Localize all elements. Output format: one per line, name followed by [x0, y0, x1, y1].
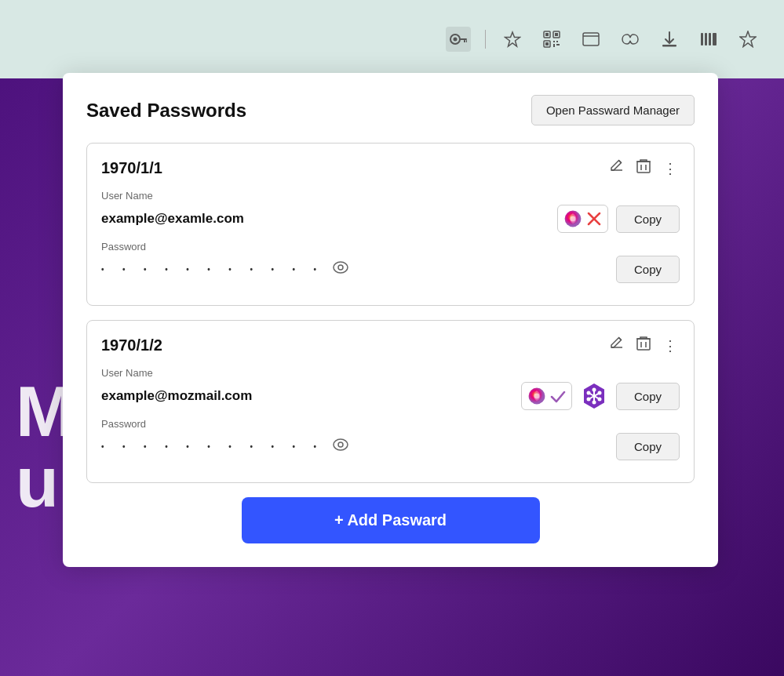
- entry-1-password-label: Password: [101, 241, 680, 253]
- quantum-logo-2: [527, 386, 547, 406]
- svg-point-31: [571, 216, 576, 222]
- svg-rect-22: [709, 33, 711, 45]
- entry-1-password-row: • • • • • • • • • • • Copy: [101, 256, 680, 283]
- entry-2-username-label: User Name: [101, 367, 680, 379]
- password-entry-1: 1970/1/1: [86, 143, 695, 306]
- svg-point-51: [597, 391, 601, 395]
- key-icon[interactable]: [446, 27, 471, 52]
- entry-2-username-row: example@mozmail.com: [101, 382, 680, 410]
- svg-point-49: [586, 391, 590, 395]
- svg-rect-15: [556, 44, 560, 45]
- download-icon[interactable]: [657, 27, 682, 52]
- svg-rect-9: [555, 33, 558, 36]
- popup-header: Saved Passwords Open Passward Manager: [86, 95, 695, 125]
- svg-rect-13: [556, 41, 558, 42]
- svg-marker-5: [505, 32, 520, 46]
- password-entry-2: 1970/1/2: [86, 320, 695, 483]
- svg-rect-19: [662, 45, 676, 47]
- entry-1-actions: ⋮: [607, 156, 680, 180]
- card-header-1: 1970/1/1: [101, 156, 680, 180]
- svg-rect-3: [464, 40, 465, 42]
- svg-rect-14: [553, 44, 555, 47]
- entry-1-password-dots: • • • • • • • • • • •: [101, 265, 321, 274]
- svg-point-42: [534, 394, 540, 399]
- more-icon-1[interactable]: ⋮: [661, 158, 680, 180]
- svg-rect-26: [637, 162, 650, 173]
- extension-icon[interactable]: [735, 27, 760, 52]
- edit-icon-2[interactable]: [607, 334, 626, 357]
- svg-point-1: [454, 38, 458, 42]
- card-header-2: 1970/1/2: [101, 333, 680, 358]
- show-password-icon-1[interactable]: [332, 261, 349, 278]
- svg-rect-4: [466, 40, 467, 42]
- svg-rect-23: [713, 33, 717, 45]
- open-manager-button[interactable]: Open Passward Manager: [531, 95, 695, 125]
- svg-rect-20: [701, 33, 703, 45]
- entry-2-date: 1970/1/2: [101, 336, 162, 354]
- popup-title: Saved Passwords: [86, 100, 246, 122]
- svg-point-52: [586, 398, 590, 402]
- entry-1-brand-badge: [557, 205, 608, 233]
- delete-icon-2[interactable]: [634, 333, 653, 358]
- browser-toolbar: [0, 0, 784, 78]
- svg-rect-17: [583, 33, 599, 45]
- hex-snowflake-icon: [580, 382, 608, 410]
- check-mark-icon: [549, 387, 567, 405]
- x-mark-icon: [585, 210, 603, 227]
- delete-icon-1[interactable]: [634, 156, 653, 180]
- svg-point-34: [334, 262, 348, 273]
- svg-rect-11: [545, 42, 549, 45]
- hex-snowflake-badge: [580, 382, 608, 410]
- show-password-icon-2[interactable]: [332, 438, 349, 455]
- star-icon[interactable]: [500, 27, 525, 52]
- svg-marker-24: [740, 31, 756, 47]
- edit-icon-1[interactable]: [607, 157, 626, 180]
- entry-2-username-controls: Copy: [521, 382, 680, 410]
- entry-2-username: example@mozmail.com: [101, 388, 252, 404]
- copy-username-button-1[interactable]: Copy: [616, 205, 680, 233]
- svg-point-50: [597, 398, 601, 402]
- svg-point-48: [592, 401, 596, 405]
- svg-point-54: [338, 442, 343, 447]
- entry-1-password-dots-row: • • • • • • • • • • •: [101, 261, 349, 278]
- svg-point-47: [592, 388, 596, 392]
- entry-2-password-dots-row: • • • • • • • • • • •: [101, 438, 349, 455]
- add-password-button[interactable]: + Add Pasward: [242, 497, 540, 543]
- entry-2-password-label: Password: [101, 418, 680, 430]
- entry-1-username-label: User Name: [101, 190, 680, 202]
- entry-1-username-row: example@examle.com: [101, 205, 680, 233]
- svg-rect-21: [705, 33, 707, 45]
- svg-rect-2: [460, 38, 467, 40]
- entry-2-actions: ⋮: [607, 333, 680, 358]
- copy-password-button-1[interactable]: Copy: [616, 256, 680, 283]
- copy-username-button-2[interactable]: Copy: [616, 383, 680, 410]
- svg-rect-12: [553, 41, 555, 42]
- mask-icon[interactable]: [618, 27, 643, 52]
- svg-point-35: [338, 265, 343, 270]
- toolbar-divider: [485, 30, 486, 49]
- entry-1-username-controls: Copy: [557, 205, 680, 233]
- svg-point-53: [334, 439, 348, 450]
- entry-1-date: 1970/1/1: [101, 159, 162, 177]
- copy-password-button-2[interactable]: Copy: [616, 433, 680, 460]
- more-icon-2[interactable]: ⋮: [661, 335, 680, 357]
- window-icon[interactable]: [578, 27, 603, 52]
- saved-passwords-popup: Saved Passwords Open Passward Manager 19…: [63, 73, 718, 567]
- entry-2-password-dots: • • • • • • • • • • •: [101, 442, 321, 451]
- svg-rect-7: [545, 33, 549, 36]
- entry-2-brand-badge-quantum: [521, 382, 572, 410]
- entry-2-password-row: • • • • • • • • • • • Copy: [101, 433, 680, 460]
- library-icon[interactable]: [696, 27, 721, 52]
- quantum-logo-1: [563, 209, 583, 229]
- svg-rect-37: [637, 339, 650, 350]
- qr-code-icon[interactable]: [539, 27, 564, 52]
- entry-1-username: example@examle.com: [101, 211, 244, 227]
